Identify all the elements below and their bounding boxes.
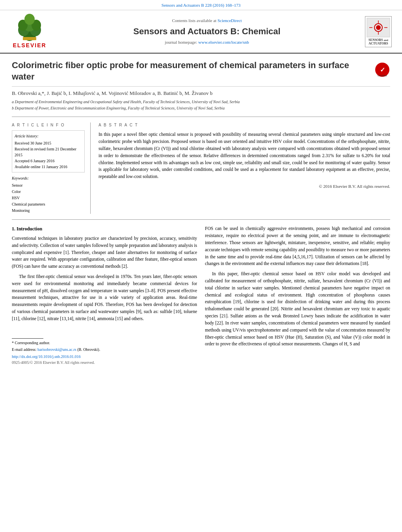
sensors-logo-icon xyxy=(367,19,389,37)
body-col-left: 1. Introduction Conventional techniques … xyxy=(12,225,197,365)
sensors-logo-img xyxy=(367,18,390,37)
sciencedirect-link[interactable]: ScienceDirect xyxy=(218,18,242,23)
abstract-title: A B S T R A C T xyxy=(99,122,390,128)
received-revised-date: Received in revised form 21 December 201… xyxy=(15,146,82,158)
authors-line: B. Obrovski a,*, J. Bajić b, I. Mihajlov… xyxy=(12,90,390,97)
keyword-color: Color xyxy=(12,189,85,195)
keywords-title: Keywords: xyxy=(12,176,85,181)
journal-title-center: Contents lists available at ScienceDirec… xyxy=(51,18,363,45)
email-footnote: E-mail address: barisobrovski@uns.ac.rs … xyxy=(12,347,197,352)
keywords-section: Keywords: Sensor Color HSV Chemical para… xyxy=(12,176,85,214)
keyword-sensor: Sensor xyxy=(12,182,85,189)
abstract-section: A B S T R A C T In this paper a novel fi… xyxy=(99,122,390,214)
authors-section: B. Obrovski a,*, J. Bajić b, I. Mihajlov… xyxy=(12,87,390,113)
affiliation-b: b Department of Power, Electronic and Te… xyxy=(12,106,390,111)
section1-col2-p1: FOS can be used in chemically aggressive… xyxy=(205,225,390,267)
journal-title-text: Sensors and Actuators B: Chemical xyxy=(51,26,363,38)
email-link[interactable]: barisobrovski@uns.ac.rs xyxy=(37,347,76,352)
journal-header: ELSEVIER Contents lists available at Sci… xyxy=(0,10,402,54)
received-date: Received 30 June 2015 xyxy=(15,140,82,146)
homepage-link[interactable]: www.elsevier.com/locate/snb xyxy=(198,40,249,44)
article-container: Colorimetric fiber optic probe for measu… xyxy=(0,54,402,371)
section1-col1-p2: The first fiber-optic chemical sensor wa… xyxy=(12,273,197,323)
keyword-chemical: Chemical parameters xyxy=(12,201,85,208)
keyword-hsv: HSV xyxy=(12,195,85,201)
article-title-section: Colorimetric fiber optic probe for measu… xyxy=(12,54,390,87)
crossmark-badge[interactable]: ✓ CrossMark xyxy=(374,62,390,78)
body-columns: 1. Introduction Conventional techniques … xyxy=(12,220,390,371)
svg-rect-8 xyxy=(23,37,36,40)
article-history-box: Article history: Received 30 June 2015 R… xyxy=(12,130,85,172)
article-title: Colorimetric fiber optic probe for measu… xyxy=(12,60,370,82)
svg-text:CrossMark: CrossMark xyxy=(378,74,387,77)
affiliation-a: a Department of Environmental Engineerin… xyxy=(12,99,390,105)
crossmark-icon: ✓ CrossMark xyxy=(374,62,390,78)
doi-link[interactable]: http://dx.doi.org/10.1016/j.snb.2016.01.… xyxy=(12,354,81,359)
sensors-logo: SENSORS andACTUATORS xyxy=(363,16,394,47)
svg-text:✓: ✓ xyxy=(380,67,385,73)
footer-divider xyxy=(12,338,43,339)
sensors-logo-text: SENSORS andACTUATORS xyxy=(367,38,390,46)
elsevier-label: ELSEVIER xyxy=(13,42,46,50)
body-col-right: FOS can be used in chemically aggressive… xyxy=(205,225,390,365)
section1-title: 1. Introduction xyxy=(12,225,197,233)
doi-line: http://dx.doi.org/10.1016/j.snb.2016.01.… xyxy=(12,354,197,360)
abstract-copyright: © 2016 Elsevier B.V. All rights reserved… xyxy=(99,184,390,189)
issn-line: 0925-4005/© 2016 Elsevier B.V. All right… xyxy=(12,360,197,366)
history-title: Article history: xyxy=(15,133,82,139)
corresponding-note: * Corresponding author. xyxy=(12,340,197,346)
journal-contents: Contents lists available at ScienceDirec… xyxy=(51,18,363,24)
sensors-logo-box: SENSORS andACTUATORS xyxy=(365,16,392,47)
article-info-title: A R T I C L E I N F O xyxy=(12,122,85,128)
available-date: Available online 11 January 2016 xyxy=(15,164,82,170)
affiliations: a Department of Environmental Engineerin… xyxy=(12,99,390,111)
section1-col2-p2: In this paper, fiber-optic chemical sens… xyxy=(205,271,390,348)
svg-point-7 xyxy=(24,14,35,25)
info-abstract-section: A R T I C L E I N F O Article history: R… xyxy=(12,117,390,220)
footer-section: * Corresponding author. E-mail address: … xyxy=(12,338,197,366)
section1-col1-p1: Conventional techniques in laboratory pr… xyxy=(12,235,197,270)
elsevier-logo: ELSEVIER xyxy=(8,13,51,50)
keyword-monitoring: Monitoring xyxy=(12,208,85,214)
elsevier-tree-icon xyxy=(12,13,47,41)
accepted-date: Accepted 6 January 2016 xyxy=(15,158,82,164)
journal-homepage: journal homepage: www.elsevier.com/locat… xyxy=(51,39,363,45)
header-journal-ref: Sensors and Actuators B 228 (2016) 168–1… xyxy=(0,0,402,10)
article-info: A R T I C L E I N F O Article history: R… xyxy=(12,122,91,214)
abstract-text: In this paper a novel fiber optic chemic… xyxy=(99,131,390,180)
svg-point-11 xyxy=(376,25,381,30)
